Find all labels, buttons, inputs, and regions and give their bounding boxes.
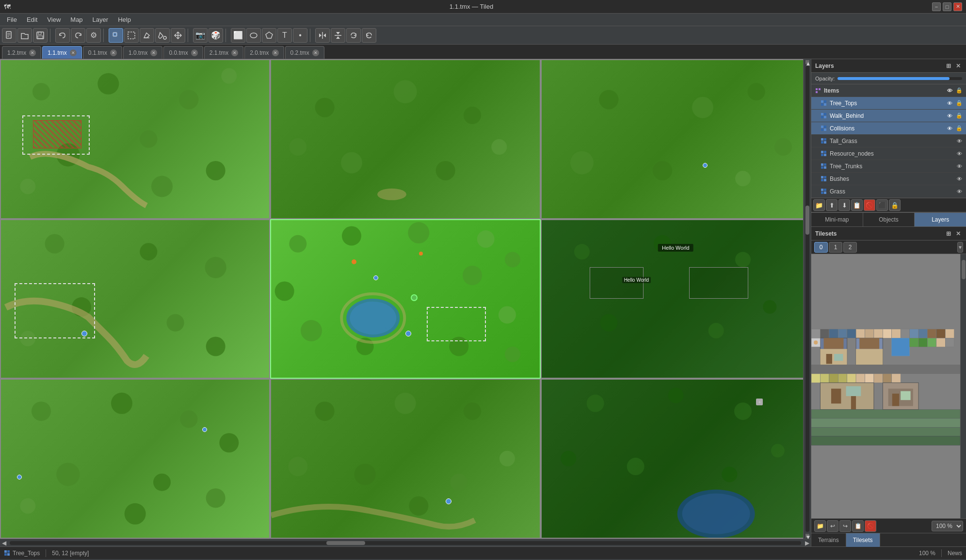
map-cell-0-2[interactable] [541, 59, 811, 219]
ellipse-tool[interactable] [246, 28, 261, 43]
h-scroll-track[interactable] [10, 541, 801, 545]
layer-lock-btn[interactable]: 🔒 [889, 199, 901, 211]
rect-tool[interactable]: ⬜ [231, 28, 245, 43]
layer-bushes-vis[interactable]: 👁 [955, 175, 963, 183]
tab-0-2-close[interactable]: ✕ [312, 49, 319, 56]
undo-button[interactable] [55, 28, 70, 43]
redo-button[interactable] [71, 28, 85, 43]
select-region-tool[interactable] [124, 28, 139, 43]
minimize-button[interactable]: − [932, 2, 941, 11]
tileset-tab-0[interactable]: 0 [814, 242, 828, 253]
flip-h-button[interactable] [315, 28, 330, 43]
tab-1-0-close[interactable]: ✕ [150, 49, 157, 56]
tilesets-image-area[interactable] [811, 254, 966, 518]
maximize-button[interactable]: □ [943, 2, 951, 11]
layer-treetops-vis[interactable]: 👁 [946, 99, 953, 107]
h-scroll-thumb[interactable] [326, 541, 365, 545]
layer-items-lock[interactable]: 🔒 [955, 87, 963, 95]
tileset-tab-2[interactable]: 2 [843, 242, 857, 253]
map-cell-2-1[interactable] [270, 379, 540, 539]
layer-resourcenodes[interactable]: Resource_nodes 👁 [811, 147, 966, 160]
tab-0-1[interactable]: 0.1.tmx ✕ [83, 46, 122, 59]
tilesets-vertical-scroll[interactable] [960, 254, 966, 518]
menu-layer[interactable]: Layer [88, 15, 113, 24]
remove-layer-btn[interactable]: 🚫 [864, 199, 875, 211]
layer-tallgrass[interactable]: Tall_Grass 👁 [811, 135, 966, 147]
add-tileset-btn[interactable]: 📁 [814, 520, 826, 532]
tilesets-close-button[interactable]: ✕ [954, 230, 962, 238]
tileset-copy-btn[interactable]: 📋 [852, 520, 864, 532]
point-tool[interactable]: • [293, 28, 307, 43]
layer-tallgrass-vis[interactable]: 👁 [955, 137, 963, 145]
tab-0-0-close[interactable]: ✕ [191, 49, 198, 56]
layer-collisions-lock[interactable]: 🔒 [955, 125, 963, 132]
map-cell-1-0[interactable] [0, 219, 270, 379]
flip-v-button[interactable] [331, 28, 345, 43]
map-cell-0-0[interactable] [0, 59, 270, 219]
map-cell-1-2[interactable]: Hello World Hello World [541, 219, 811, 379]
tileset-remove-btn[interactable]: 🚫 [865, 520, 876, 532]
open-button[interactable] [17, 28, 32, 43]
rotate-ccw-button[interactable] [362, 28, 376, 43]
scroll-down-btn[interactable]: ▼ [805, 534, 809, 538]
tab-0-0[interactable]: 0.0.tmx ✕ [163, 46, 203, 59]
tab-0-2[interactable]: 0.2.tmx ✕ [285, 46, 324, 59]
tilesets-zoom-select[interactable]: 100 % 50 % 200 % [932, 521, 963, 531]
rotate-cw-button[interactable] [346, 28, 361, 43]
capture-tool[interactable]: 📷 [193, 28, 208, 43]
tab-layers[interactable]: Layers [915, 213, 966, 226]
tab-1-0[interactable]: 1.0.tmx ✕ [123, 46, 162, 59]
tab-0-1-close[interactable]: ✕ [110, 49, 117, 56]
menu-map[interactable]: Map [65, 15, 87, 24]
tab-2-0-close[interactable]: ✕ [272, 49, 279, 56]
tab-1-1[interactable]: 1.1.tmx ✕ [42, 46, 81, 59]
settings-button[interactable]: ⚙ [86, 28, 101, 43]
tileset-redo-btn[interactable]: ↪ [839, 520, 851, 532]
tab-1-1-close[interactable]: ✕ [70, 49, 77, 56]
layer-walkbehind-lock[interactable]: 🔒 [955, 112, 963, 120]
menu-file[interactable]: File [2, 15, 22, 24]
menu-help[interactable]: Help [113, 15, 136, 24]
layer-grass-vis[interactable]: 👁 [955, 188, 963, 195]
move-layer-down-btn[interactable]: ⬇ [838, 199, 850, 211]
tab-tilesets[interactable]: Tilesets [846, 533, 880, 547]
layer-bushes[interactable]: Bushes 👁 [811, 173, 966, 185]
stamp-tool[interactable] [109, 28, 123, 43]
move-tool[interactable] [171, 28, 185, 43]
tab-minimap[interactable]: Mini-map [811, 213, 863, 226]
layer-treetops[interactable]: Tree_Tops 👁 🔒 [811, 97, 966, 110]
tileset-tab-1[interactable]: 1 [829, 242, 842, 253]
move-layer-up-btn[interactable]: ⬆ [826, 199, 837, 211]
text-tool[interactable]: T [277, 28, 292, 43]
scroll-left-btn[interactable]: ◀ [0, 540, 8, 546]
tilesets-float-button[interactable]: ⊞ [945, 230, 952, 238]
menu-edit[interactable]: Edit [22, 15, 42, 24]
erase-tool[interactable] [140, 28, 154, 43]
vertical-scrollbar[interactable]: ▲ ▼ [803, 59, 811, 539]
tab-1-2-close[interactable]: ✕ [29, 49, 36, 56]
layer-resourcenodes-vis[interactable]: 👁 [955, 150, 963, 158]
horizontal-scrollbar[interactable]: ◀ ▶ [0, 539, 811, 546]
tab-2-1[interactable]: 2.1.tmx ✕ [204, 46, 243, 59]
layer-treetrunks-vis[interactable]: 👁 [955, 162, 963, 170]
layer-walkbehind[interactable]: Walk_Behind 👁 🔒 [811, 110, 966, 122]
layer-treetrunks[interactable]: Tree_Trunks 👁 [811, 160, 966, 173]
map-viewport[interactable]: Hello World Hello World [0, 59, 811, 539]
map-cell-2-2[interactable]: + [541, 379, 811, 539]
new-button[interactable] [2, 28, 16, 43]
tilesets-dropdown[interactable]: ▾ [957, 242, 963, 253]
tab-terrains[interactable]: Terrains [811, 533, 846, 547]
layer-grass[interactable]: Grass 👁 [811, 185, 966, 198]
map-cell-1-1[interactable] [270, 219, 540, 379]
layer-items-group[interactable]: Items 👁 🔒 [811, 84, 966, 97]
tilesets-scroll-thumb[interactable] [962, 260, 966, 279]
tab-2-1-close[interactable]: ✕ [231, 49, 238, 56]
tab-2-0[interactable]: 2.0.tmx ✕ [244, 46, 284, 59]
random-tool[interactable]: 🎲 [209, 28, 223, 43]
layer-treetops-lock[interactable]: 🔒 [955, 99, 963, 107]
tab-objects[interactable]: Objects [863, 213, 915, 226]
layer-collisions[interactable]: Collisions 👁 🔒 [811, 122, 966, 135]
tileset-undo-btn[interactable]: ↩ [827, 520, 838, 532]
polygon-tool[interactable] [262, 28, 276, 43]
v-scroll-track[interactable] [805, 66, 809, 532]
